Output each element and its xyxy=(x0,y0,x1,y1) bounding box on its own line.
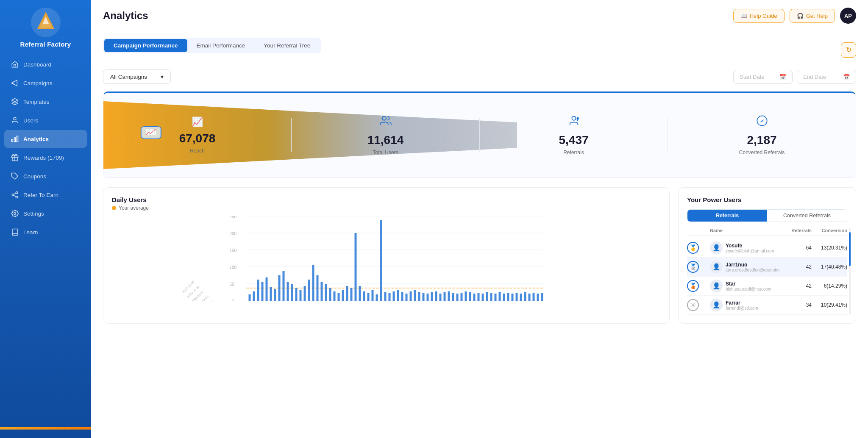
svg-point-20 xyxy=(382,116,386,120)
start-date-input[interactable]: Start Date 📅 xyxy=(733,70,793,84)
svg-rect-102 xyxy=(520,294,522,301)
funnel-reach-value: 67,078 xyxy=(179,132,216,145)
col-conversion: Conversion xyxy=(813,228,847,233)
chart-svg: 250 200 150 100 50 0 xyxy=(112,216,661,301)
sidebar-item-dashboard[interactable]: Dashboard xyxy=(4,55,87,73)
power-users-section: Your Power Users Referrals Converted Ref… xyxy=(678,187,856,324)
svg-rect-107 xyxy=(541,293,543,301)
svg-rect-39 xyxy=(253,291,255,301)
end-date-input[interactable]: End Date 📅 xyxy=(797,70,856,84)
table-row: 🥈 👤 Jarr1nuo jarro.drosdfusdfon@roonotm … xyxy=(687,258,847,277)
help-guide-button[interactable]: 📖 Help Guide xyxy=(733,9,785,23)
svg-rect-83 xyxy=(440,294,442,301)
funnel-converted-label: Converted Referrals xyxy=(739,150,785,155)
tab-your-referral-tree[interactable]: Your Referral Tree xyxy=(254,39,320,52)
user-conversion-4: 10(29.41%) xyxy=(813,302,847,308)
funnel-metric-referrals: ? 5,437 Referrals xyxy=(480,115,668,155)
user-referrals-2: 42 xyxy=(786,264,812,270)
svg-rect-46 xyxy=(283,271,285,301)
funnel-metric-reach: 📈 67,078 Reach xyxy=(103,116,291,154)
svg-text:0: 0 xyxy=(232,299,234,301)
top-header: Analytics 📖 Help Guide 🎧 Get Help AP xyxy=(91,0,868,29)
user-email-4: farrar.df@sd.com xyxy=(726,306,758,310)
svg-rect-59 xyxy=(338,293,340,301)
tag-icon xyxy=(11,172,19,180)
svg-rect-63 xyxy=(355,233,357,301)
main-content: Analytics 📖 Help Guide 🎧 Get Help AP Cam… xyxy=(91,0,868,438)
headphone-icon: 🎧 xyxy=(797,13,804,19)
svg-rect-45 xyxy=(278,275,281,301)
svg-rect-78 xyxy=(418,292,420,301)
user-avatar-button[interactable]: AP xyxy=(840,8,856,24)
start-date-placeholder: Start Date xyxy=(740,74,765,80)
funnel-converted-value: 2,187 xyxy=(747,133,776,147)
chart-area: 250 200 150 100 50 0 xyxy=(112,216,661,301)
sidebar-item-refer-to-earn[interactable]: Refer To Earn xyxy=(4,186,87,204)
svg-rect-42 xyxy=(266,277,268,301)
power-tab-converted-referrals[interactable]: Converted Referrals xyxy=(767,210,847,222)
power-users-title: Your Power Users xyxy=(687,196,847,203)
get-help-label: Get Help xyxy=(806,13,828,19)
layers-icon xyxy=(11,97,19,106)
power-users-table-wrapper: Name Referrals Conversion 🥇 👤 Yosufe xyxy=(687,228,847,315)
user-name-cell-1: 👤 Yosufe yosufe@blah@gmail.com xyxy=(710,241,785,254)
funnel-metric-total-users: 11,614 Total Users xyxy=(292,115,479,155)
svg-rect-64 xyxy=(359,286,361,301)
svg-rect-38 xyxy=(249,294,251,301)
svg-rect-71 xyxy=(389,293,391,301)
svg-rect-55 xyxy=(321,282,323,301)
svg-rect-54 xyxy=(317,275,319,301)
svg-rect-76 xyxy=(410,291,412,301)
chart-legend: Your average xyxy=(112,205,661,211)
sidebar-item-rewards[interactable]: Rewards (1709) xyxy=(4,149,87,166)
campaign-select-dropdown[interactable]: All Campaigns ▾ xyxy=(103,69,171,84)
svg-rect-90 xyxy=(469,292,471,301)
get-help-button[interactable]: 🎧 Get Help xyxy=(790,9,835,23)
sidebar-item-coupons[interactable]: Coupons xyxy=(4,167,87,185)
svg-rect-43 xyxy=(270,287,272,301)
user-info-3: Star blah.asarasdf@nsa.com xyxy=(726,281,771,291)
svg-point-13 xyxy=(16,196,18,198)
svg-rect-97 xyxy=(499,292,501,301)
end-date-placeholder: End Date xyxy=(803,74,826,80)
sidebar-item-users[interactable]: Users xyxy=(4,111,87,129)
user-avatar-2: 👤 xyxy=(710,261,723,273)
funnel-metric-converted: 2,187 Converted Referrals xyxy=(668,115,856,155)
scrollbar-thumb[interactable] xyxy=(849,232,851,266)
scrollbar-track[interactable] xyxy=(849,228,851,315)
sidebar-item-users-label: Users xyxy=(23,117,38,124)
help-guide-label: Help Guide xyxy=(750,13,777,19)
rank-cell: 🥇 xyxy=(687,242,708,254)
legend-dot xyxy=(112,206,116,210)
svg-rect-62 xyxy=(351,288,353,301)
legend-label: Your average xyxy=(119,205,149,211)
sidebar-item-templates[interactable]: Templates xyxy=(4,93,87,111)
bar-chart-icon xyxy=(11,135,19,143)
refresh-button[interactable]: ↻ xyxy=(841,42,856,58)
svg-point-16 xyxy=(14,213,16,215)
funnel-referrals-value: 5,437 xyxy=(559,133,588,147)
user-name-2: Jarr1nuo xyxy=(726,262,779,268)
svg-rect-6 xyxy=(17,136,18,142)
tab-email-performance[interactable]: Email Performance xyxy=(187,39,255,52)
sidebar-item-refer-to-earn-label: Refer To Earn xyxy=(23,192,58,198)
referral-factory-logo-icon xyxy=(31,8,61,37)
home-icon xyxy=(11,60,19,69)
sidebar: Referral Factory Dashboard Campaigns Tem… xyxy=(0,0,91,438)
svg-rect-85 xyxy=(448,291,450,301)
users-icon xyxy=(380,115,392,129)
svg-rect-69 xyxy=(380,220,382,301)
svg-rect-8 xyxy=(12,139,13,142)
user-email-1: yosufe@blah@gmail.com xyxy=(726,249,774,253)
sidebar-item-learn[interactable]: Learn xyxy=(4,223,87,241)
sidebar-item-campaigns[interactable]: Campaigns xyxy=(4,74,87,92)
sidebar-item-dashboard-label: Dashboard xyxy=(23,61,51,68)
user-name-1: Yosufe xyxy=(726,243,774,249)
sidebar-item-analytics[interactable]: Analytics xyxy=(4,130,87,148)
sidebar-item-settings[interactable]: Settings xyxy=(4,205,87,222)
sidebar-item-settings-label: Settings xyxy=(23,211,44,217)
power-tab-referrals[interactable]: Referrals xyxy=(687,210,767,222)
chart-title: Daily Users xyxy=(112,196,661,203)
svg-rect-61 xyxy=(346,286,348,301)
tab-campaign-performance[interactable]: Campaign Performance xyxy=(104,39,187,52)
